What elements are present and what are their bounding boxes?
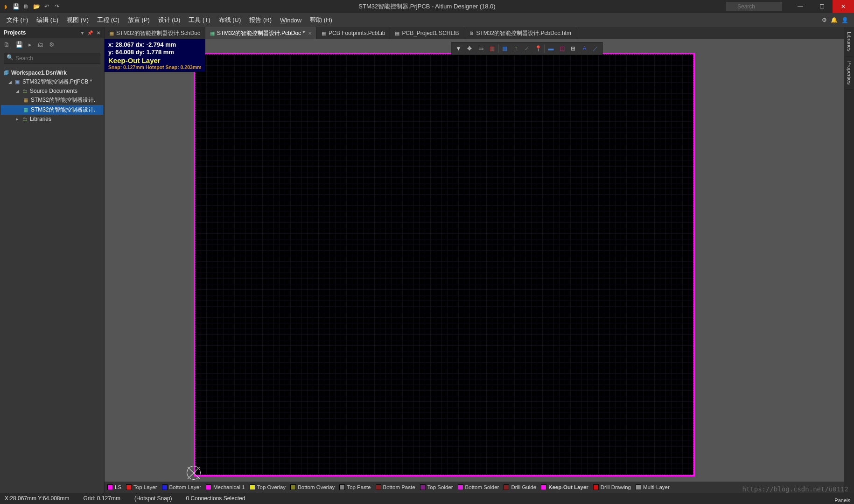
layer-label: Drill Drawing [601,484,631,490]
measure-icon[interactable]: ⊞ [567,43,579,54]
layer-tab[interactable]: Drill Drawing [593,484,631,490]
panel-pin-icon[interactable]: 📌 [87,30,93,35]
menu-project[interactable]: 工程 (C) [93,14,123,26]
projects-panel-title: Projects [4,29,26,36]
panels-button[interactable]: Panels [834,497,850,503]
menu-window[interactable]: Window [276,15,305,26]
menu-file[interactable]: 文件 (F) [3,14,32,26]
menu-edit[interactable]: 编辑 (E) [33,14,62,26]
layer-tab[interactable]: Multi-Layer [636,484,670,490]
layer-tab[interactable]: Bottom Paste [376,484,415,490]
tree-source-documents[interactable]: ◢ 🗀 Source Documents [1,87,103,95]
layer-color-swatch [420,484,426,490]
pcb-canvas[interactable]: x: 28.067 dx: -2.794 mm y: 64.008 dy: 1.… [105,39,844,482]
filter-icon[interactable]: ▼ [453,43,464,54]
app-logo-icon: ◗ [2,3,9,10]
close-button[interactable]: ✕ [833,0,854,13]
tab-label: STM32的智能控制器设计.PcbDoc * [217,29,305,37]
minimize-button[interactable]: ― [790,0,811,13]
tb-save-icon[interactable]: 💾 [15,41,23,48]
tb-compile-icon[interactable]: ▸ [28,41,32,48]
pcb-board-outline[interactable] [194,53,694,476]
layer-tab[interactable]: Top Overlay [250,484,286,490]
layer-label: Bottom Overlay [298,484,335,490]
folder-icon: 🗀 [21,88,28,94]
caret-icon[interactable]: ▸ [15,117,20,121]
menu-reports[interactable]: 报告 (R) [245,14,275,26]
layer-tab[interactable]: Top Solder [420,484,453,490]
layer-tab[interactable]: LS [107,484,121,490]
selection-icon[interactable]: ▭ [475,43,486,54]
layers-icon[interactable]: ▦ [499,43,510,54]
dimension-icon[interactable]: ◫ [556,43,567,54]
menu-bar: 文件 (F) 编辑 (E) 视图 (V) 工程 (C) 放置 (P) 设计 (D… [0,13,854,27]
layer-tab[interactable]: Keep-Out Layer [541,484,588,490]
caret-icon[interactable]: ◢ [7,80,12,84]
menu-help[interactable]: 帮助 (H) [306,14,336,26]
workspace-icon: 🗐 [3,70,9,76]
panel-dropdown-icon[interactable]: ▾ [81,30,84,35]
menu-design[interactable]: 设计 (D) [154,14,184,26]
settings-icon[interactable]: ⚙ [822,17,827,23]
layer-tab[interactable]: Mechanical 1 [206,484,245,490]
tab-close-icon[interactable]: ✕ [308,31,312,36]
right-edge-tabs: Libraries Properties [844,27,854,493]
polygon-icon[interactable]: ▬ [545,43,556,54]
layer-tab[interactable]: Bottom Overlay [290,484,335,490]
move-icon[interactable]: ✥ [464,43,475,54]
line-icon[interactable]: ／ [590,43,601,54]
tab-schlib[interactable]: ▦ PCB_Project1.SCHLIB [390,27,464,39]
global-search-input[interactable] [726,2,782,11]
tree-label: STM32智能控制器.PrjPCB * [22,78,92,86]
pin-icon[interactable]: 📍 [532,43,544,54]
projects-tree: 🗐 Workspace1.DsnWrk ◢ ▣ STM32智能控制器.PrjPC… [0,66,104,126]
align-icon[interactable]: ▥ [486,43,497,54]
notifications-icon[interactable]: 🔔 [831,17,838,23]
tree-project[interactable]: ◢ ▣ STM32智能控制器.PrjPCB * [1,77,103,87]
via-icon[interactable]: ⟋ [521,43,532,54]
open-icon[interactable]: 📂 [33,3,40,10]
tab-pcbdoc[interactable]: ▦ STM32的智能控制器设计.PcbDoc * ✕ [205,27,317,39]
tab-schdoc[interactable]: ▦ STM32的智能控制器设计.SchDoc [105,27,205,39]
menu-tools[interactable]: 工具 (T) [185,14,214,26]
tab-htm[interactable]: 🗎 STM32的智能控制器设计.PcbDoc.htm [464,27,576,39]
layer-tab[interactable]: Top Paste [339,484,371,490]
tree-label: Workspace1.DsnWrk [11,70,67,76]
schlib-icon: ▦ [395,30,399,36]
maximize-button[interactable]: ☐ [811,0,833,13]
heads-up-display: x: 28.067 dx: -2.794 mm y: 64.008 dy: 1.… [105,39,205,72]
layer-tab[interactable]: Drill Guide [504,484,536,490]
projects-search-input[interactable] [4,53,100,64]
edge-tab-properties[interactable]: Properties [846,56,853,90]
save-icon[interactable]: 💾 [12,3,20,10]
title-bar: ◗ 💾 🗎 📂 ↶ ↷ STM32智能控制器.PrjPCB - Altium D… [0,0,854,13]
layer-tab[interactable]: Bottom Layer [162,484,201,490]
undo-icon[interactable]: ↶ [43,3,50,10]
menu-place[interactable]: 放置 (P) [124,14,154,26]
layer-tab[interactable]: Top Layer [126,484,157,490]
route-icon[interactable]: ⎍ [510,43,521,54]
tree-label: Source Documents [30,88,77,94]
caret-icon[interactable]: ◢ [15,89,20,93]
tb-tree-icon[interactable]: 🗂 [37,41,43,48]
tree-workspace[interactable]: 🗐 Workspace1.DsnWrk [1,69,103,77]
tab-label: PCB Footprints.PcbLib [329,30,385,36]
menu-route[interactable]: 布线 (U) [215,14,245,26]
menu-view[interactable]: 视图 (V) [63,14,92,26]
status-bar: X:28.067mm Y:64.008mm Grid: 0.127mm (Hot… [0,493,854,504]
panel-close-icon[interactable]: ✕ [97,30,100,35]
tab-pcblib[interactable]: ▦ PCB Footprints.PcbLib [317,27,390,39]
layer-tab[interactable]: Bottom Solder [458,484,499,490]
edge-tab-libraries[interactable]: Libraries [846,27,853,56]
profile-icon[interactable]: 👤 [841,17,848,23]
tb-settings-icon[interactable]: ⚙ [49,41,55,48]
tree-doc-pcbdoc[interactable]: ▦ STM32的智能控制器设计. [1,105,103,115]
tree-libraries[interactable]: ▸ 🗀 Libraries [1,115,103,123]
save-all-icon[interactable]: 🗎 [22,3,30,10]
layer-color-swatch [504,484,509,490]
redo-icon[interactable]: ↷ [53,3,61,10]
layer-label: Top Paste [347,484,371,490]
text-icon[interactable]: A [579,43,590,54]
tree-doc-schdoc[interactable]: ▦ STM32的智能控制器设计. [1,95,103,105]
tb-new-icon[interactable]: 🗎 [4,41,10,48]
